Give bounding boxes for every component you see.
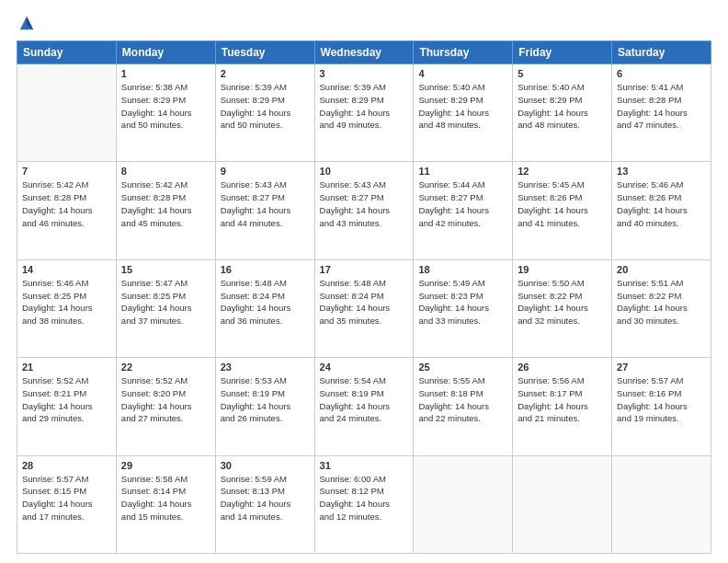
calendar-header-row: SundayMondayTuesdayWednesdayThursdayFrid… [17,41,711,64]
day-info: Sunrise: 5:39 AM Sunset: 8:29 PM Dayligh… [221,81,310,132]
day-info: Sunrise: 6:00 AM Sunset: 8:12 PM Dayligh… [320,473,409,523]
day-number: 19 [518,264,607,275]
day-info: Sunrise: 5:43 AM Sunset: 8:27 PM Dayligh… [320,178,409,229]
day-number: 16 [221,264,310,275]
day-info: Sunrise: 5:57 AM Sunset: 8:15 PM Dayligh… [22,473,111,523]
calendar-week-row: 21Sunrise: 5:52 AM Sunset: 8:21 PM Dayli… [17,358,711,455]
day-info: Sunrise: 5:44 AM Sunset: 8:27 PM Dayligh… [418,178,507,229]
day-number: 12 [518,166,607,177]
day-number: 26 [518,362,607,373]
calendar-table: SundayMondayTuesdayWednesdayThursdayFrid… [17,40,711,554]
day-info: Sunrise: 5:47 AM Sunset: 8:25 PM Dayligh… [121,277,210,327]
calendar-cell: 29Sunrise: 5:58 AM Sunset: 8:14 PM Dayli… [116,455,215,553]
day-info: Sunrise: 5:52 AM Sunset: 8:20 PM Dayligh… [121,374,210,425]
day-info: Sunrise: 5:38 AM Sunset: 8:29 PM Dayligh… [121,81,210,132]
day-number: 5 [518,68,607,79]
calendar-cell: 21Sunrise: 5:52 AM Sunset: 8:21 PM Dayli… [17,358,117,455]
day-info: Sunrise: 5:56 AM Sunset: 8:17 PM Dayligh… [518,374,607,425]
calendar-cell: 6Sunrise: 5:41 AM Sunset: 8:28 PM Daylig… [612,64,711,162]
calendar-header-thursday: Thursday [414,41,513,64]
calendar-cell: 31Sunrise: 6:00 AM Sunset: 8:12 PM Dayli… [314,455,414,553]
calendar-header-saturday: Saturday [612,41,711,64]
calendar-cell: 19Sunrise: 5:50 AM Sunset: 8:22 PM Dayli… [513,259,612,357]
calendar-header-wednesday: Wednesday [314,41,414,64]
day-info: Sunrise: 5:42 AM Sunset: 8:28 PM Dayligh… [121,178,210,229]
calendar-header-sunday: Sunday [17,41,117,64]
calendar-header-monday: Monday [116,41,215,64]
day-info: Sunrise: 5:52 AM Sunset: 8:21 PM Dayligh… [22,374,111,425]
day-number: 28 [22,460,111,471]
day-number: 21 [22,362,111,373]
day-number: 24 [320,362,409,373]
calendar-week-row: 28Sunrise: 5:57 AM Sunset: 8:15 PM Dayli… [17,455,711,553]
calendar-cell: 12Sunrise: 5:45 AM Sunset: 8:26 PM Dayli… [513,162,612,259]
day-number: 3 [320,68,409,79]
day-info: Sunrise: 5:49 AM Sunset: 8:23 PM Dayligh… [418,277,507,327]
calendar-cell: 10Sunrise: 5:43 AM Sunset: 8:27 PM Dayli… [314,162,414,259]
calendar-cell: 18Sunrise: 5:49 AM Sunset: 8:23 PM Dayli… [414,259,513,357]
day-info: Sunrise: 5:51 AM Sunset: 8:22 PM Dayligh… [617,277,706,327]
calendar-cell: 16Sunrise: 5:48 AM Sunset: 8:24 PM Dayli… [215,259,314,357]
calendar-cell: 20Sunrise: 5:51 AM Sunset: 8:22 PM Dayli… [612,259,711,357]
calendar-cell: 27Sunrise: 5:57 AM Sunset: 8:16 PM Dayli… [612,358,711,455]
calendar-cell: 1Sunrise: 5:38 AM Sunset: 8:29 PM Daylig… [116,64,215,162]
calendar-cell: 7Sunrise: 5:42 AM Sunset: 8:28 PM Daylig… [17,162,117,259]
day-number: 1 [121,68,210,79]
day-info: Sunrise: 5:54 AM Sunset: 8:19 PM Dayligh… [320,374,409,425]
day-info: Sunrise: 5:48 AM Sunset: 8:24 PM Dayligh… [221,277,310,327]
calendar-cell: 3Sunrise: 5:39 AM Sunset: 8:29 PM Daylig… [314,64,414,162]
day-number: 7 [22,166,111,177]
day-info: Sunrise: 5:45 AM Sunset: 8:26 PM Dayligh… [518,178,607,229]
day-number: 8 [121,166,210,177]
calendar-cell: 13Sunrise: 5:46 AM Sunset: 8:26 PM Dayli… [612,162,711,259]
calendar-cell: 4Sunrise: 5:40 AM Sunset: 8:29 PM Daylig… [414,64,513,162]
header [17,15,711,31]
calendar-cell: 30Sunrise: 5:59 AM Sunset: 8:13 PM Dayli… [215,455,314,553]
logo [17,15,35,31]
day-number: 27 [617,362,706,373]
day-number: 22 [121,362,210,373]
day-info: Sunrise: 5:46 AM Sunset: 8:25 PM Dayligh… [22,277,111,327]
calendar-header-friday: Friday [513,41,612,64]
calendar-cell [17,64,117,162]
day-number: 23 [221,362,310,373]
calendar-cell: 5Sunrise: 5:40 AM Sunset: 8:29 PM Daylig… [513,64,612,162]
day-info: Sunrise: 5:59 AM Sunset: 8:13 PM Dayligh… [221,473,310,523]
day-info: Sunrise: 5:58 AM Sunset: 8:14 PM Dayligh… [121,473,210,523]
day-info: Sunrise: 5:53 AM Sunset: 8:19 PM Dayligh… [221,374,310,425]
calendar-cell: 15Sunrise: 5:47 AM Sunset: 8:25 PM Dayli… [116,259,215,357]
day-number: 9 [221,166,310,177]
day-info: Sunrise: 5:39 AM Sunset: 8:29 PM Dayligh… [320,81,409,132]
day-number: 6 [617,68,706,79]
day-info: Sunrise: 5:40 AM Sunset: 8:29 PM Dayligh… [418,81,507,132]
day-number: 10 [320,166,409,177]
day-info: Sunrise: 5:43 AM Sunset: 8:27 PM Dayligh… [221,178,310,229]
calendar-cell: 28Sunrise: 5:57 AM Sunset: 8:15 PM Dayli… [17,455,117,553]
day-number: 17 [320,264,409,275]
day-number: 25 [418,362,507,373]
calendar-cell: 25Sunrise: 5:55 AM Sunset: 8:18 PM Dayli… [414,358,513,455]
calendar-header-tuesday: Tuesday [215,41,314,64]
calendar-cell: 17Sunrise: 5:48 AM Sunset: 8:24 PM Dayli… [314,259,414,357]
day-number: 31 [320,460,409,471]
day-info: Sunrise: 5:48 AM Sunset: 8:24 PM Dayligh… [320,277,409,327]
day-number: 11 [418,166,507,177]
calendar-cell: 26Sunrise: 5:56 AM Sunset: 8:17 PM Dayli… [513,358,612,455]
day-number: 15 [121,264,210,275]
calendar-cell: 23Sunrise: 5:53 AM Sunset: 8:19 PM Dayli… [215,358,314,455]
day-info: Sunrise: 5:42 AM Sunset: 8:28 PM Dayligh… [22,178,111,229]
day-number: 2 [221,68,310,79]
day-info: Sunrise: 5:41 AM Sunset: 8:28 PM Dayligh… [617,81,706,132]
calendar-cell [612,455,711,553]
calendar-cell [513,455,612,553]
day-number: 20 [617,264,706,275]
day-info: Sunrise: 5:55 AM Sunset: 8:18 PM Dayligh… [418,374,507,425]
calendar-cell [414,455,513,553]
day-info: Sunrise: 5:46 AM Sunset: 8:26 PM Dayligh… [617,178,706,229]
logo-icon [18,15,35,31]
calendar-cell: 9Sunrise: 5:43 AM Sunset: 8:27 PM Daylig… [215,162,314,259]
calendar-cell: 8Sunrise: 5:42 AM Sunset: 8:28 PM Daylig… [116,162,215,259]
calendar-cell: 22Sunrise: 5:52 AM Sunset: 8:20 PM Dayli… [116,358,215,455]
day-number: 18 [418,264,507,275]
calendar-cell: 14Sunrise: 5:46 AM Sunset: 8:25 PM Dayli… [17,259,117,357]
